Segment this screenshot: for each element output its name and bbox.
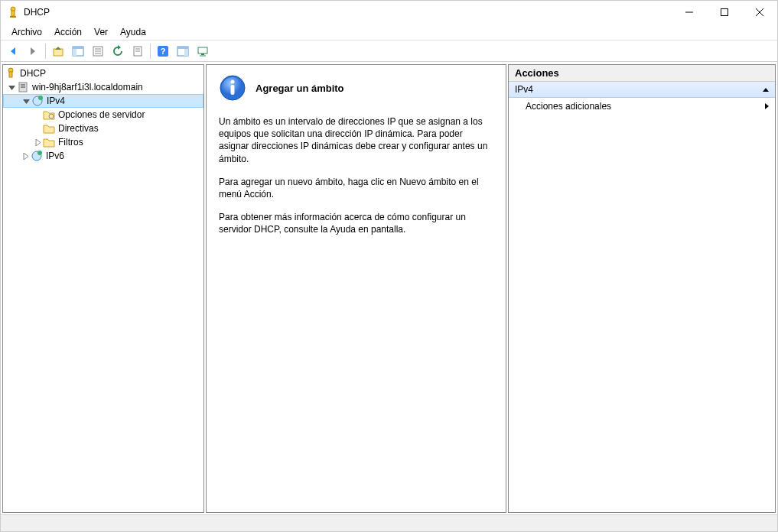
svg-rect-39 — [231, 85, 235, 95]
expander-icon[interactable] — [32, 137, 43, 148]
maximize-button[interactable] — [707, 1, 742, 24]
main-paragraph: Para agregar un nuevo ámbito, haga clic … — [219, 176, 493, 200]
tree-label: Opciones de servidor — [58, 109, 145, 120]
svg-point-38 — [231, 80, 235, 84]
tree-label: IPv6 — [46, 151, 64, 161]
menu-archivo[interactable]: Archivo — [5, 25, 48, 39]
actions-item-label: Acciones adicionales — [526, 101, 611, 112]
svg-rect-7 — [54, 49, 63, 56]
tree-label: DHCP — [20, 68, 46, 79]
properties-button[interactable] — [89, 43, 107, 60]
submenu-icon — [765, 103, 769, 109]
help-button[interactable]: ? — [154, 43, 172, 60]
svg-rect-30 — [21, 86, 25, 88]
menu-ver[interactable]: Ver — [88, 25, 114, 39]
tree-label: win-9hj8arf1i3l.localdomain — [32, 82, 143, 92]
tree-opciones-servidor[interactable]: Opciones de servidor — [3, 108, 203, 122]
svg-rect-10 — [73, 49, 76, 56]
main-paragraph: Un ámbito es un intervalo de direcciones… — [219, 115, 493, 165]
dhcp-window: DHCP Archivo Acción Ver Ayuda ? DHCP — [0, 0, 778, 532]
svg-text:?: ? — [161, 47, 166, 56]
tree-label: IPv4 — [47, 96, 65, 106]
folder-icon — [43, 122, 55, 135]
tree-root-dhcp[interactable]: DHCP — [3, 66, 203, 80]
refresh-button[interactable] — [109, 43, 127, 60]
titlebar: DHCP — [1, 1, 777, 24]
tree-ipv6[interactable]: IPv6 — [3, 149, 203, 163]
menu-accion[interactable]: Acción — [48, 25, 88, 39]
toolbar-separator — [45, 44, 46, 59]
tree-server[interactable]: win-9hj8arf1i3l.localdomain — [3, 80, 203, 94]
statusbar — [1, 514, 777, 531]
up-button[interactable] — [49, 43, 67, 60]
minimize-button[interactable] — [672, 1, 707, 24]
expander-icon[interactable] — [6, 82, 17, 92]
toolbar-separator — [150, 44, 151, 59]
tree-label: Directivas — [58, 123, 99, 134]
dhcp-app-icon — [7, 6, 19, 18]
svg-rect-29 — [21, 84, 25, 86]
menu-ayuda[interactable]: Ayuda — [114, 25, 152, 39]
expander-icon[interactable] — [20, 151, 31, 161]
main-body: Un ámbito es un intervalo de direcciones… — [219, 115, 493, 236]
forward-button[interactable] — [24, 43, 42, 60]
svg-rect-24 — [201, 54, 204, 55]
tree-label: Filtros — [58, 137, 83, 148]
svg-point-32 — [38, 96, 43, 100]
content-area: DHCP win-9hj8arf1i3l.localdomain IPv4 Op… — [1, 62, 777, 514]
folder-icon — [43, 136, 55, 148]
svg-rect-27 — [9, 72, 12, 77]
svg-rect-22 — [184, 49, 188, 56]
main-header: Agregar un ámbito — [219, 74, 493, 102]
actions-additional[interactable]: Acciones adicionales — [509, 98, 775, 115]
svg-rect-2 — [10, 16, 16, 18]
window-title: DHCP — [24, 7, 50, 18]
close-button[interactable] — [742, 1, 777, 24]
display-button[interactable] — [194, 43, 212, 60]
main-panel: Agregar un ámbito Un ámbito es un interv… — [206, 64, 506, 513]
ipv4-icon — [31, 95, 44, 107]
server-icon — [17, 81, 29, 93]
export-button[interactable] — [129, 43, 147, 60]
actions-section-label: IPv4 — [515, 84, 533, 95]
folder-icon — [43, 109, 55, 121]
info-icon — [219, 74, 246, 102]
svg-rect-9 — [73, 47, 83, 49]
show-hide-tree-button[interactable] — [69, 43, 87, 60]
svg-rect-1 — [11, 11, 15, 16]
ipv6-icon — [31, 150, 43, 162]
main-paragraph: Para obtener más información acerca de c… — [219, 211, 493, 235]
menubar: Archivo Acción Ver Ayuda — [1, 24, 777, 41]
svg-point-35 — [37, 151, 42, 155]
actions-panel: Acciones IPv4 Acciones adicionales — [508, 64, 776, 513]
expander-icon[interactable] — [21, 96, 31, 106]
collapse-icon — [763, 88, 769, 92]
tree-directivas[interactable]: Directivas — [3, 122, 203, 135]
tree-panel[interactable]: DHCP win-9hj8arf1i3l.localdomain IPv4 Op… — [2, 64, 204, 513]
svg-rect-23 — [198, 47, 207, 54]
dhcp-root-icon — [5, 67, 17, 79]
window-controls — [672, 1, 777, 24]
actions-header: Acciones — [509, 65, 775, 82]
main-title: Agregar un ámbito — [256, 83, 344, 94]
svg-rect-4 — [721, 9, 728, 16]
tree-ipv4[interactable]: IPv4 — [3, 94, 203, 108]
toolbar: ? — [1, 41, 777, 62]
tree-filtros[interactable]: Filtros — [3, 135, 203, 149]
actions-section-ipv4[interactable]: IPv4 — [509, 82, 775, 98]
svg-rect-21 — [177, 47, 188, 49]
back-button[interactable] — [4, 43, 22, 60]
action-pane-button[interactable] — [174, 43, 192, 60]
